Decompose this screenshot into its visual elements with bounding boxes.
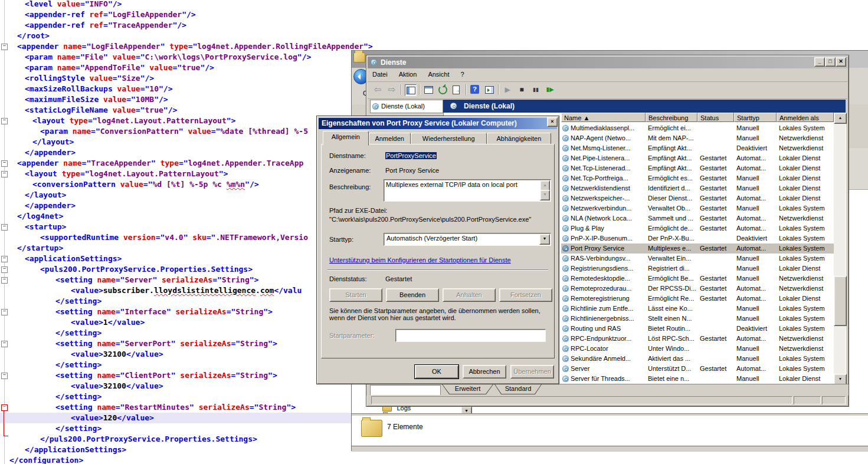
cell: Netzwerkspeicher-... bbox=[571, 193, 644, 203]
startup-type-combobox[interactable]: Automatisch (Verzögerter Start) ▼ bbox=[384, 233, 551, 246]
service-row[interactable]: PnP-X-IP-Busenum...Der PnP-X-Bu...Deakti… bbox=[561, 233, 834, 243]
fold-marker-icon[interactable]: − bbox=[1, 171, 8, 177]
service-row[interactable]: RPC-Endpunktzuor...Löst RPC-Sch...Gestar… bbox=[561, 334, 834, 344]
combobox-dropdown-icon[interactable]: ▼ bbox=[539, 234, 550, 245]
menu-aktion[interactable]: Aktion bbox=[394, 69, 422, 78]
description-scroll-down-icon[interactable]: ▼ bbox=[540, 190, 550, 200]
scope-pane-item[interactable]: Dienste (Lokal) bbox=[370, 100, 443, 113]
resume-service-button[interactable]: Fortsetzen bbox=[499, 288, 552, 302]
fold-marker-icon[interactable]: − bbox=[1, 277, 8, 284]
service-row[interactable]: Server für Threads...Bietet eine n...Man… bbox=[561, 374, 834, 384]
export-icon[interactable] bbox=[451, 84, 462, 95]
scroll-up-button[interactable]: ▲ bbox=[834, 113, 847, 124]
console-tree-icon[interactable] bbox=[405, 84, 417, 96]
stop-icon[interactable]: ■ bbox=[516, 84, 527, 95]
view-tab-erweitert[interactable]: Erweitert bbox=[442, 384, 493, 394]
fold-marker-icon[interactable]: − bbox=[1, 256, 8, 262]
service-row[interactable]: Net.Msmq-Listener...Empfängt Akt...Deakt… bbox=[561, 143, 834, 153]
service-row[interactable]: Net.Pipe-Listenera...Empfängt Akt...Gest… bbox=[561, 153, 834, 163]
play-icon[interactable]: ▶ bbox=[502, 84, 513, 95]
fold-marker-icon[interactable]: − bbox=[1, 404, 8, 411]
service-row[interactable]: Plug & PlayErmöglicht de...GestartetAuto… bbox=[561, 223, 834, 233]
cell: Lokaler Dienst bbox=[779, 183, 833, 193]
scroll-thumb[interactable] bbox=[834, 276, 847, 326]
service-row[interactable]: Routing und RASBietet Routin...Deaktivie… bbox=[561, 324, 834, 334]
service-row[interactable]: RPC-LocatorUnter Windo...ManuellNetzwerk… bbox=[561, 344, 834, 354]
column-header-beschreibung[interactable]: Beschreibung bbox=[646, 113, 697, 122]
service-name-value[interactable]: PortProxyService bbox=[385, 152, 437, 159]
code-line: <setting name="ClientPort" serializeAs="… bbox=[0, 370, 352, 381]
service-row[interactable]: RemoteregistrierungErmöglicht Re...Gesta… bbox=[561, 294, 834, 304]
fold-marker-icon[interactable]: − bbox=[1, 341, 8, 347]
cell: Automat... bbox=[736, 223, 775, 233]
scope-pane-footer bbox=[370, 385, 441, 396]
fold-marker-icon[interactable]: − bbox=[1, 160, 8, 167]
dialog-tab-wiederherstellung[interactable]: Wiederherstellung bbox=[411, 133, 487, 145]
fold-marker-icon[interactable]: − bbox=[1, 309, 8, 315]
column-header-starttyp[interactable]: Starttyp bbox=[734, 113, 777, 122]
dialog-tab-allgemein[interactable]: Allgemein bbox=[323, 131, 369, 146]
restart-icon[interactable]: ▮▶ bbox=[545, 84, 555, 95]
dialog-close-button[interactable]: × bbox=[547, 117, 558, 127]
fold-marker-icon[interactable]: − bbox=[1, 266, 8, 273]
fold-marker-icon[interactable]: − bbox=[1, 118, 8, 124]
cancel-button[interactable]: Abbrechen bbox=[463, 365, 506, 379]
service-row[interactable]: Registrierungsdiens...Registriert di...M… bbox=[561, 264, 834, 274]
service-row[interactable]: NLA (Network Loca...Sammelt und ...Gesta… bbox=[561, 213, 834, 223]
service-row[interactable]: Remoteprozedurau...Der RPCSS-Di...Gestar… bbox=[561, 284, 834, 294]
pause-service-button[interactable]: Anhalten bbox=[443, 288, 496, 302]
dialog-tab-abhangigkeiten[interactable]: Abhängigkeiten bbox=[487, 133, 552, 145]
back-icon[interactable]: ⇦ bbox=[372, 84, 383, 95]
menu-hilfe[interactable]: ? bbox=[456, 69, 469, 78]
view-tab-standard[interactable]: Standard bbox=[494, 384, 542, 394]
cell: Automat... bbox=[736, 284, 775, 294]
minimize-button[interactable]: _ bbox=[814, 57, 825, 67]
statusbar-segment bbox=[371, 396, 792, 404]
service-row[interactable]: NetzwerklistendienstIdentifiziert d...Ge… bbox=[561, 183, 834, 193]
service-row[interactable]: Net.Tcp-Portfreiga...Ermöglicht es...Ges… bbox=[561, 173, 834, 183]
description-textbox[interactable]: Multiplexes external TCP/IP data on loca… bbox=[384, 179, 551, 202]
column-header-anmelden-als[interactable]: Anmelden als bbox=[777, 113, 834, 122]
pause-icon[interactable]: ▮▮ bbox=[530, 84, 541, 95]
list-icon[interactable] bbox=[423, 84, 434, 95]
service-row[interactable]: Richtlinienergebniss...Stellt einen N...… bbox=[561, 314, 834, 324]
action-pane-icon[interactable] bbox=[484, 84, 494, 95]
dialog-tab-anmelden[interactable]: Anmelden bbox=[369, 133, 411, 145]
code-line: <appender name="LogFileAppender" type="l… bbox=[0, 41, 352, 52]
stop-service-button[interactable]: Beenden bbox=[386, 288, 439, 302]
start-params-input[interactable] bbox=[395, 329, 546, 342]
service-row[interactable]: Netzwerkverbindun...Verwaltet Ob...Gesta… bbox=[561, 203, 834, 213]
services-titlebar[interactable]: Dienste bbox=[368, 57, 847, 68]
forward-icon[interactable]: ⇨ bbox=[386, 84, 397, 95]
close-button[interactable]: ✕ bbox=[836, 57, 846, 67]
exe-path-label: Pfad zur EXE-Datei: bbox=[329, 207, 387, 214]
service-row[interactable]: Netzwerkspeicher-...Dieser Dienst...Gest… bbox=[561, 193, 834, 203]
cell: Gestartet bbox=[700, 334, 733, 344]
column-header-name[interactable]: Name ▲ bbox=[561, 113, 646, 122]
ok-button[interactable]: OK bbox=[415, 365, 458, 379]
service-row[interactable]: ServerUnterstützt D...GestartetAutomat..… bbox=[561, 364, 834, 374]
fold-marker-icon[interactable]: − bbox=[1, 44, 8, 50]
startup-options-help-link[interactable]: Unterstützung beim Konfigurieren der Sta… bbox=[329, 256, 511, 264]
menu-ansicht[interactable]: Ansicht bbox=[423, 69, 454, 78]
service-row[interactable]: Remotedesktopdie...Ermöglicht Be...Gesta… bbox=[561, 274, 834, 284]
service-row[interactable]: NAP-Agent (Netwo...Mit dem NAP-...Manuel… bbox=[561, 133, 834, 143]
refresh-icon[interactable] bbox=[437, 84, 448, 95]
help-icon[interactable]: ? bbox=[470, 84, 480, 95]
menu-datei[interactable]: Datei bbox=[368, 69, 392, 78]
dialog-titlebar[interactable]: Eigenschaften von Port Proxy Service (Lo… bbox=[319, 118, 557, 129]
service-row[interactable]: RAS-Verbindungsv...Verwaltet Ein...Manue… bbox=[561, 254, 834, 264]
maximize-button[interactable]: □ bbox=[825, 57, 836, 67]
service-row[interactable]: Sekundäre Anmeld...Aktiviert das ...Manu… bbox=[561, 354, 834, 364]
service-row[interactable]: Multimediaklassenpl...Ermöglicht ei...Ma… bbox=[561, 123, 834, 133]
service-row[interactable]: Net.Tcp-Listenerad...Empfängt Akt...Gest… bbox=[561, 163, 834, 173]
fold-marker-icon[interactable]: − bbox=[1, 224, 8, 231]
column-header-status[interactable]: Status bbox=[697, 113, 734, 122]
apply-button[interactable]: Übernehmen bbox=[510, 365, 554, 379]
cell: Lokaler Dienst bbox=[779, 374, 833, 384]
services-scrollbar[interactable]: ▲ ▼ bbox=[834, 113, 846, 384]
service-row[interactable]: Port Proxy ServiceMultiplexes e...Gestar… bbox=[561, 243, 834, 254]
start-service-button[interactable]: Starten bbox=[329, 288, 382, 302]
service-row[interactable]: Richtlinie zum Entfe...Lässt eine Ko...M… bbox=[561, 304, 834, 314]
fold-marker-icon[interactable]: − bbox=[1, 373, 8, 379]
